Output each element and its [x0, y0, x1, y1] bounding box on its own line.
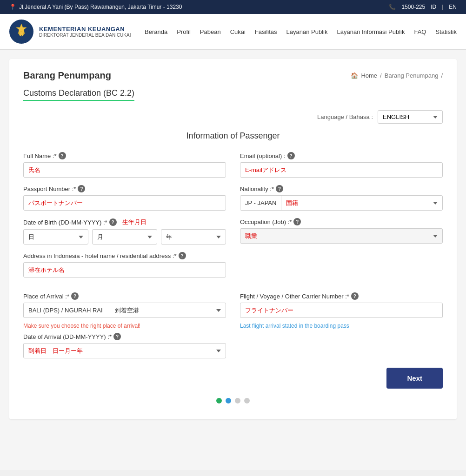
main-nav: Beranda Profil Pabean Cukai Fasilitas La…: [145, 28, 457, 35]
place-arrival-select[interactable]: BALI (DPS) / NGURAH RAI 到着空港: [23, 303, 226, 318]
full-name-group: Full Name :* ?: [23, 152, 226, 178]
logo-icon: [9, 20, 33, 44]
passport-group: Passport Number :* ?: [23, 185, 226, 211]
nav-cukai[interactable]: Cukai: [230, 28, 246, 35]
form-row-4: Address in Indonesia - hotel name / resi…: [23, 252, 443, 278]
nationality-help-icon[interactable]: ?: [276, 185, 283, 192]
pagination-dot-4: [244, 398, 250, 403]
address-input[interactable]: [23, 262, 226, 278]
form-title: Customs Declaration (BC 2.2): [23, 88, 134, 101]
home-icon: 🏠: [351, 72, 358, 79]
location-pin-icon: 📍: [9, 4, 16, 10]
date-arrival-placeholder-right: [240, 333, 443, 358]
flight-input[interactable]: [240, 303, 443, 318]
dob-month-select[interactable]: 月: [92, 229, 157, 245]
full-name-input[interactable]: [23, 162, 226, 178]
arrival-row: Place of Arrival :* ? BALI (DPS) / NGURA…: [23, 292, 443, 329]
lang-en-link[interactable]: EN: [449, 4, 457, 10]
flight-help-icon[interactable]: ?: [351, 292, 359, 300]
flight-label-text: Flight / Voyage / Other Carrier Number :…: [240, 293, 349, 300]
logo-title: KEMENTERIAN KEUANGAN: [39, 26, 131, 33]
pagination-dot-1: [216, 398, 222, 403]
dob-group: Date of Birth (DD-MM-YYYY) :* ? 生年月日 日 月…: [23, 218, 226, 245]
topbar-address-area: 📍 Jl.Jenderal A Yani (By Pass) Rawamangu…: [9, 4, 182, 10]
topbar-address: Jl.Jenderal A Yani (By Pass) Rawamangun,…: [19, 4, 182, 10]
topbar-right-area: 📞 1500-225 ID | EN: [389, 4, 457, 10]
dob-year-select[interactable]: 年: [161, 229, 226, 245]
nationality-wrapper: JP - JAPAN 国籍: [240, 195, 443, 211]
logo-area: KEMENTERIAN KEUANGAN DIREKTORAT JENDERAL…: [9, 20, 131, 44]
nav-profil[interactable]: Profil: [177, 28, 191, 35]
place-arrival-label-text: Place of Arrival :*: [23, 293, 69, 300]
address-placeholder-right: [240, 252, 443, 278]
dob-help-icon[interactable]: ?: [109, 218, 117, 226]
place-arrival-wrapper: BALI (DPS) / NGURAH RAI 到着空港: [23, 303, 226, 318]
date-arrival-help-icon[interactable]: ?: [113, 333, 121, 340]
occupation-label-text: Occupation (Job) :*: [240, 218, 292, 225]
occupation-select[interactable]: 職業: [240, 228, 443, 244]
nav-layanan-informasi[interactable]: Layanan Informasi Publik: [337, 28, 405, 35]
place-arrival-label: Place of Arrival :* ?: [23, 292, 226, 300]
dob-day-select[interactable]: 日: [23, 229, 88, 245]
place-arrival-group: Place of Arrival :* ? BALI (DPS) / NGURA…: [23, 292, 226, 329]
date-arrival-label-text: Date of Arrival (DD-MM-YYYY) :*: [23, 333, 112, 340]
breadcrumb: 🏠 Home / Barang Penumpang /: [351, 72, 443, 79]
passport-input[interactable]: [23, 195, 226, 211]
breadcrumb-sep1: /: [380, 72, 382, 79]
language-label: Language / Bahasa :: [317, 113, 373, 120]
nationality-select[interactable]: 国籍: [281, 196, 442, 210]
full-name-help-icon[interactable]: ?: [59, 152, 66, 159]
nav-layanan-publik[interactable]: Layanan Publik: [286, 28, 328, 35]
date-arrival-select[interactable]: 到着日 日ー月ー年: [23, 343, 226, 358]
topbar: 📍 Jl.Jenderal A Yani (By Pass) Rawamangu…: [0, 0, 466, 14]
occupation-group: Occupation (Job) :* ? 職業: [240, 218, 443, 245]
lang-id-link[interactable]: ID: [431, 4, 436, 10]
email-label-text: Email (optional) :: [240, 152, 286, 159]
breadcrumb-sep2: /: [441, 72, 443, 79]
nationality-prefix: JP - JAPAN: [240, 196, 281, 210]
separator: [23, 285, 443, 292]
header: KEMENTERIAN KEUANGAN DIREKTORAT JENDERAL…: [0, 14, 466, 50]
nationality-label-text: Nationality :*: [240, 185, 274, 192]
passport-label-text: Passport Number :*: [23, 185, 76, 192]
pagination-dot-3: [235, 398, 240, 403]
place-arrival-help-icon[interactable]: ?: [71, 292, 79, 300]
dob-hint: 生年月日: [122, 218, 146, 226]
occupation-label: Occupation (Job) :* ?: [240, 218, 443, 225]
dob-label: Date of Birth (DD-MM-YYYY) :* ? 生年月日: [23, 218, 226, 226]
full-name-label-text: Full Name :*: [23, 152, 57, 159]
address-label-text: Address in Indonesia - hotel name / resi…: [23, 252, 177, 259]
address-label: Address in Indonesia - hotel name / resi…: [23, 252, 226, 259]
passport-help-icon[interactable]: ?: [78, 185, 85, 192]
language-select[interactable]: ENGLISH INDONESIAN: [378, 110, 443, 124]
nationality-group: Nationality :* ? JP - JAPAN 国籍: [240, 185, 443, 211]
topbar-phone: 1500-225: [401, 4, 425, 10]
nav-statistik[interactable]: Statistik: [435, 28, 457, 35]
form-row-1: Full Name :* ? Email (optional) : ?: [23, 152, 443, 178]
email-group: Email (optional) : ?: [240, 152, 443, 178]
logo-text: KEMENTERIAN KEUANGAN DIREKTORAT JENDERAL…: [39, 26, 131, 38]
nav-pabean[interactable]: Pabean: [200, 28, 221, 35]
date-arrival-label: Date of Arrival (DD-MM-YYYY) :* ?: [23, 333, 226, 340]
address-group: Address in Indonesia - hotel name / resi…: [23, 252, 226, 278]
email-help-icon[interactable]: ?: [287, 152, 295, 159]
flight-group: Flight / Voyage / Other Carrier Number :…: [240, 292, 443, 329]
flight-label: Flight / Voyage / Other Carrier Number :…: [240, 292, 443, 300]
occupation-help-icon[interactable]: ?: [293, 218, 301, 225]
form-row-2: Passport Number :* ? Nationality :* ? JP…: [23, 185, 443, 211]
lang-divider: |: [442, 4, 443, 10]
next-button[interactable]: Next: [386, 368, 443, 389]
nav-fasilitas[interactable]: Fasilitas: [255, 28, 277, 35]
logo-subtitle: DIREKTORAT JENDERAL BEA DAN CUKAI: [39, 33, 131, 38]
arrival-date-row: Date of Arrival (DD-MM-YYYY) :* ? 到着日 日ー…: [23, 333, 443, 358]
nav-beranda[interactable]: Beranda: [145, 28, 167, 35]
email-input[interactable]: [240, 162, 443, 178]
address-help-icon[interactable]: ?: [179, 252, 186, 259]
date-arrival-group: Date of Arrival (DD-MM-YYYY) :* ? 到着日 日ー…: [23, 333, 226, 358]
nav-faq[interactable]: FAQ: [414, 28, 426, 35]
content-wrapper: Barang Penumpang 🏠 Home / Barang Penumpa…: [0, 50, 466, 470]
button-row: Next: [23, 368, 443, 389]
breadcrumb-home[interactable]: Home: [361, 72, 377, 79]
page-title: Barang Penumpang: [23, 70, 111, 81]
dob-selects: 日 月 年: [23, 229, 226, 245]
